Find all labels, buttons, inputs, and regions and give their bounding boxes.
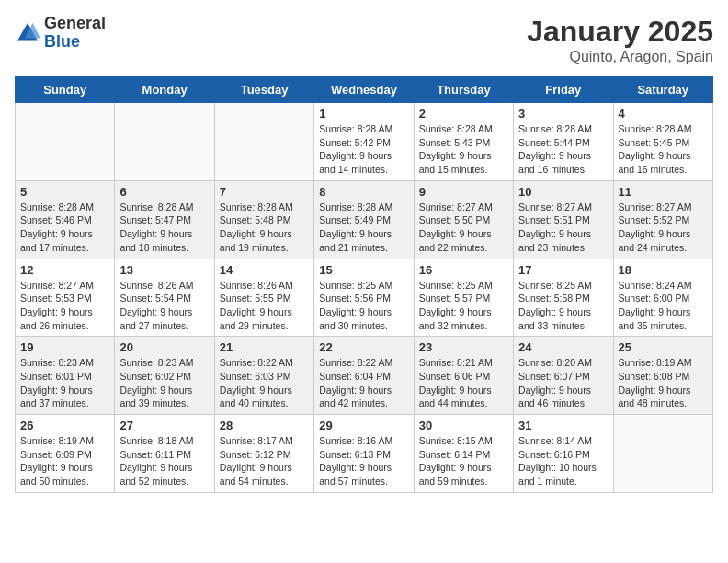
- calendar: SundayMondayTuesdayWednesdayThursdayFrid…: [15, 76, 713, 493]
- cell-content: Sunrise: 8:28 AM Sunset: 5:49 PM Dayligh…: [319, 201, 408, 255]
- calendar-cell: 23Sunrise: 8:21 AM Sunset: 6:06 PM Dayli…: [414, 337, 513, 415]
- day-number: 19: [20, 340, 109, 354]
- calendar-cell: 24Sunrise: 8:20 AM Sunset: 6:07 PM Dayli…: [514, 337, 613, 415]
- day-number: 22: [319, 340, 408, 354]
- calendar-cell: [214, 103, 313, 181]
- calendar-cell: 9Sunrise: 8:27 AM Sunset: 5:50 PM Daylig…: [414, 180, 513, 259]
- cell-content: Sunrise: 8:23 AM Sunset: 6:02 PM Dayligh…: [119, 356, 209, 410]
- day-number: 25: [619, 340, 708, 354]
- cell-content: Sunrise: 8:22 AM Sunset: 6:03 PM Dayligh…: [220, 356, 309, 410]
- weekday-header: Monday: [115, 77, 214, 103]
- cell-content: Sunrise: 8:27 AM Sunset: 5:53 PM Dayligh…: [20, 279, 109, 333]
- location-title: Quinto, Aragon, Spain: [527, 49, 713, 65]
- day-number: 15: [319, 263, 408, 277]
- calendar-cell: [115, 103, 214, 181]
- logo-blue: Blue: [44, 33, 106, 52]
- day-number: 6: [119, 185, 209, 199]
- cell-content: Sunrise: 8:15 AM Sunset: 6:14 PM Dayligh…: [419, 434, 508, 488]
- weekday-header: Sunday: [16, 77, 115, 103]
- day-number: 18: [619, 263, 708, 277]
- calendar-cell: 22Sunrise: 8:22 AM Sunset: 6:04 PM Dayli…: [314, 337, 414, 415]
- cell-content: Sunrise: 8:26 AM Sunset: 5:55 PM Dayligh…: [220, 279, 309, 333]
- day-number: 3: [518, 107, 608, 121]
- weekday-header: Saturday: [613, 77, 712, 103]
- cell-content: Sunrise: 8:28 AM Sunset: 5:44 PM Dayligh…: [518, 122, 608, 177]
- day-number: 9: [419, 185, 508, 199]
- month-title: January 2025: [527, 15, 713, 49]
- calendar-cell: 3Sunrise: 8:28 AM Sunset: 5:44 PM Daylig…: [514, 103, 613, 181]
- cell-content: Sunrise: 8:27 AM Sunset: 5:50 PM Dayligh…: [419, 201, 508, 255]
- weekday-header-row: SundayMondayTuesdayWednesdayThursdayFrid…: [16, 77, 713, 103]
- cell-content: Sunrise: 8:14 AM Sunset: 6:16 PM Dayligh…: [518, 434, 608, 488]
- day-number: 16: [419, 263, 508, 277]
- calendar-cell: 30Sunrise: 8:15 AM Sunset: 6:14 PM Dayli…: [414, 415, 513, 493]
- calendar-cell: 4Sunrise: 8:28 AM Sunset: 5:45 PM Daylig…: [613, 103, 712, 181]
- calendar-cell: 7Sunrise: 8:28 AM Sunset: 5:48 PM Daylig…: [214, 180, 313, 259]
- logo-general: General: [44, 15, 106, 33]
- cell-content: Sunrise: 8:18 AM Sunset: 6:11 PM Dayligh…: [119, 434, 209, 488]
- cell-content: Sunrise: 8:21 AM Sunset: 6:06 PM Dayligh…: [419, 356, 508, 410]
- calendar-week-row: 5Sunrise: 8:28 AM Sunset: 5:46 PM Daylig…: [16, 180, 713, 259]
- cell-content: Sunrise: 8:28 AM Sunset: 5:47 PM Dayligh…: [119, 201, 209, 255]
- logo-icon: [15, 20, 40, 46]
- calendar-cell: 26Sunrise: 8:19 AM Sunset: 6:09 PM Dayli…: [16, 415, 115, 493]
- calendar-week-row: 12Sunrise: 8:27 AM Sunset: 5:53 PM Dayli…: [16, 259, 713, 337]
- day-number: 14: [220, 263, 309, 277]
- cell-content: Sunrise: 8:24 AM Sunset: 6:00 PM Dayligh…: [619, 279, 708, 333]
- calendar-cell: 20Sunrise: 8:23 AM Sunset: 6:02 PM Dayli…: [115, 337, 214, 415]
- logo: General Blue: [15, 15, 106, 52]
- calendar-cell: 1Sunrise: 8:28 AM Sunset: 5:42 PM Daylig…: [314, 103, 414, 181]
- calendar-cell: 15Sunrise: 8:25 AM Sunset: 5:56 PM Dayli…: [314, 259, 414, 337]
- calendar-cell: 28Sunrise: 8:17 AM Sunset: 6:12 PM Dayli…: [214, 415, 313, 493]
- calendar-cell: [16, 103, 115, 181]
- day-number: 8: [319, 185, 408, 199]
- weekday-header: Thursday: [414, 77, 513, 103]
- day-number: 4: [619, 107, 708, 121]
- calendar-cell: 14Sunrise: 8:26 AM Sunset: 5:55 PM Dayli…: [214, 259, 313, 337]
- day-number: 13: [119, 263, 209, 277]
- cell-content: Sunrise: 8:25 AM Sunset: 5:58 PM Dayligh…: [518, 279, 608, 333]
- calendar-cell: 25Sunrise: 8:19 AM Sunset: 6:08 PM Dayli…: [613, 337, 712, 415]
- day-number: 31: [518, 419, 608, 432]
- calendar-cell: 13Sunrise: 8:26 AM Sunset: 5:54 PM Dayli…: [115, 259, 214, 337]
- page-header: General Blue January 2025 Quinto, Aragon…: [15, 15, 713, 65]
- cell-content: Sunrise: 8:27 AM Sunset: 5:52 PM Dayligh…: [619, 201, 708, 255]
- cell-content: Sunrise: 8:25 AM Sunset: 5:56 PM Dayligh…: [319, 279, 408, 333]
- calendar-cell: 6Sunrise: 8:28 AM Sunset: 5:47 PM Daylig…: [115, 180, 214, 259]
- cell-content: Sunrise: 8:28 AM Sunset: 5:42 PM Dayligh…: [319, 122, 408, 177]
- cell-content: Sunrise: 8:25 AM Sunset: 5:57 PM Dayligh…: [419, 279, 508, 333]
- calendar-cell: 16Sunrise: 8:25 AM Sunset: 5:57 PM Dayli…: [414, 259, 513, 337]
- calendar-week-row: 1Sunrise: 8:28 AM Sunset: 5:42 PM Daylig…: [16, 103, 713, 181]
- cell-content: Sunrise: 8:16 AM Sunset: 6:13 PM Dayligh…: [319, 434, 408, 488]
- calendar-cell: 29Sunrise: 8:16 AM Sunset: 6:13 PM Dayli…: [314, 415, 414, 493]
- calendar-week-row: 26Sunrise: 8:19 AM Sunset: 6:09 PM Dayli…: [16, 415, 713, 493]
- cell-content: Sunrise: 8:19 AM Sunset: 6:09 PM Dayligh…: [20, 434, 109, 488]
- cell-content: Sunrise: 8:26 AM Sunset: 5:54 PM Dayligh…: [119, 279, 209, 333]
- cell-content: Sunrise: 8:28 AM Sunset: 5:48 PM Dayligh…: [220, 201, 309, 255]
- day-number: 12: [20, 263, 109, 277]
- cell-content: Sunrise: 8:28 AM Sunset: 5:43 PM Dayligh…: [419, 122, 508, 177]
- calendar-cell: 31Sunrise: 8:14 AM Sunset: 6:16 PM Dayli…: [514, 415, 613, 493]
- day-number: 20: [119, 340, 209, 354]
- weekday-header: Tuesday: [214, 77, 313, 103]
- cell-content: Sunrise: 8:20 AM Sunset: 6:07 PM Dayligh…: [518, 356, 608, 410]
- day-number: 29: [319, 419, 408, 432]
- calendar-cell: [613, 415, 712, 493]
- title-block: January 2025 Quinto, Aragon, Spain: [527, 15, 713, 65]
- day-number: 5: [20, 185, 109, 199]
- day-number: 1: [319, 107, 408, 121]
- cell-content: Sunrise: 8:28 AM Sunset: 5:45 PM Dayligh…: [619, 122, 708, 177]
- cell-content: Sunrise: 8:23 AM Sunset: 6:01 PM Dayligh…: [20, 356, 109, 410]
- calendar-cell: 11Sunrise: 8:27 AM Sunset: 5:52 PM Dayli…: [613, 180, 712, 259]
- day-number: 7: [220, 185, 309, 199]
- day-number: 30: [419, 419, 508, 432]
- weekday-header: Wednesday: [314, 77, 414, 103]
- calendar-cell: 10Sunrise: 8:27 AM Sunset: 5:51 PM Dayli…: [514, 180, 613, 259]
- day-number: 2: [419, 107, 508, 121]
- cell-content: Sunrise: 8:28 AM Sunset: 5:46 PM Dayligh…: [20, 201, 109, 255]
- day-number: 23: [419, 340, 508, 354]
- logo-text: General Blue: [44, 15, 106, 52]
- calendar-week-row: 19Sunrise: 8:23 AM Sunset: 6:01 PM Dayli…: [16, 337, 713, 415]
- calendar-cell: 19Sunrise: 8:23 AM Sunset: 6:01 PM Dayli…: [16, 337, 115, 415]
- calendar-cell: 18Sunrise: 8:24 AM Sunset: 6:00 PM Dayli…: [613, 259, 712, 337]
